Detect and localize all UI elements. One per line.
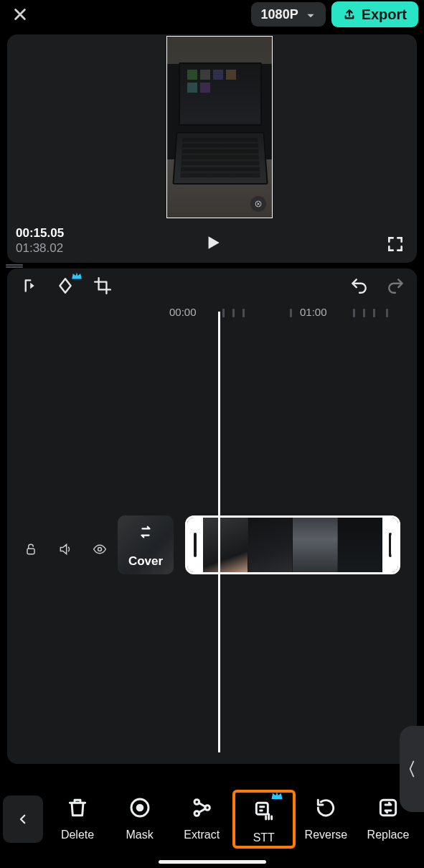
undo-button[interactable] xyxy=(348,275,369,297)
reverse-icon xyxy=(309,791,342,824)
resolution-selector[interactable]: 1080P xyxy=(251,2,326,27)
transition-button[interactable] xyxy=(391,529,400,561)
timeline-ruler[interactable]: 00:0001:00 xyxy=(7,304,417,322)
tool-extract[interactable]: Extract xyxy=(171,791,232,841)
mask-icon xyxy=(123,791,156,824)
time-display: 00:15.05 01:38.02 xyxy=(16,225,64,256)
close-button[interactable] xyxy=(6,0,34,29)
tool-label: Delete xyxy=(61,829,94,841)
ruler-tick xyxy=(363,309,365,317)
side-drawer-handle[interactable] xyxy=(400,726,424,812)
jump-to-start-button[interactable] xyxy=(17,275,39,297)
tool-label: Reverse xyxy=(305,829,348,841)
chevron-down-icon xyxy=(306,9,316,19)
svg-rect-8 xyxy=(256,803,268,814)
tool-delete[interactable]: Delete xyxy=(47,791,108,841)
ruler-tick xyxy=(242,309,245,317)
svg-rect-9 xyxy=(380,800,395,815)
redo-button[interactable] xyxy=(385,275,407,297)
home-indicator xyxy=(159,860,266,864)
svg-point-4 xyxy=(136,804,143,812)
tool-mask[interactable]: Mask xyxy=(110,791,170,841)
keyframe-button[interactable] xyxy=(55,275,76,297)
export-button[interactable]: Export xyxy=(331,1,418,27)
ruler-label: 01:00 xyxy=(300,306,327,318)
crop-button[interactable] xyxy=(92,275,113,297)
tool-label: STT xyxy=(253,831,275,844)
tool-label: Replace xyxy=(367,829,410,841)
cover-button[interactable]: Cover xyxy=(118,515,174,574)
upload-icon xyxy=(343,8,356,21)
total-duration: 01:38.02 xyxy=(16,241,64,256)
play-button[interactable] xyxy=(199,230,225,256)
ruler-tick xyxy=(386,309,388,317)
export-label: Export xyxy=(362,6,407,23)
clip-thumbnails xyxy=(203,518,382,572)
ruler-label: 00:00 xyxy=(169,306,197,318)
video-preview-frame[interactable] xyxy=(166,36,273,218)
playhead[interactable] xyxy=(218,312,220,752)
video-clip[interactable] xyxy=(185,515,400,574)
tool-label: Mask xyxy=(126,829,153,841)
fullscreen-button[interactable] xyxy=(384,233,407,256)
tool-reverse[interactable]: Reverse xyxy=(296,791,356,841)
tool-stt[interactable]: STT xyxy=(234,791,294,847)
current-time: 00:15.05 xyxy=(16,225,64,241)
ruler-tick xyxy=(222,309,225,317)
tool-label: Extract xyxy=(184,829,220,841)
svg-point-2 xyxy=(98,548,102,551)
watermark-badge xyxy=(250,196,266,212)
show-track-button[interactable] xyxy=(92,541,108,557)
crown-icon xyxy=(270,788,284,806)
crown-icon xyxy=(70,269,83,285)
lock-track-button[interactable] xyxy=(23,541,39,557)
mute-track-button[interactable] xyxy=(57,541,73,557)
swap-icon xyxy=(138,524,154,543)
timeline-panel: 00:0001:00 Cover xyxy=(7,269,417,764)
clip-handle-left[interactable] xyxy=(187,518,203,572)
ruler-tick xyxy=(353,309,355,317)
ruler-tick xyxy=(373,309,375,317)
svg-rect-1 xyxy=(27,549,34,554)
tools-back-button[interactable] xyxy=(3,795,43,843)
ruler-tick xyxy=(232,309,235,317)
video-preview-panel: 00:15.05 01:38.02 xyxy=(7,34,417,263)
resolution-label: 1080P xyxy=(261,7,298,22)
extract-icon xyxy=(185,791,218,824)
cover-label: Cover xyxy=(128,554,163,569)
ruler-tick xyxy=(290,309,292,317)
trash-icon xyxy=(61,791,94,824)
